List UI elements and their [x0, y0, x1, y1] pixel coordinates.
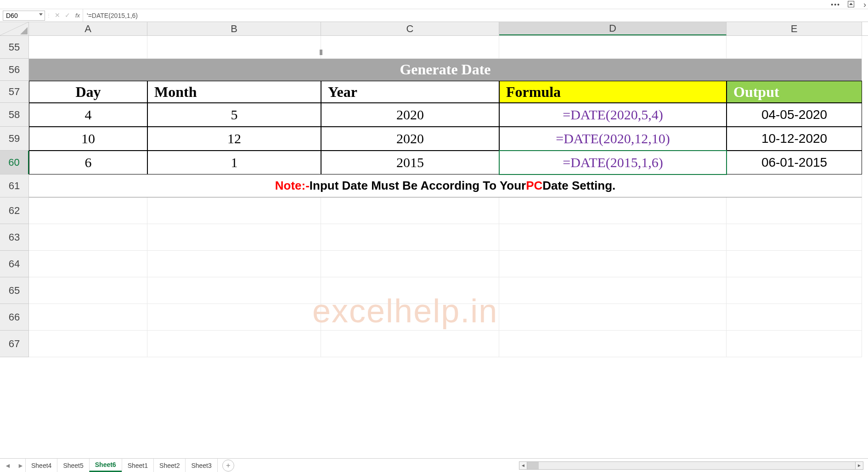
name-box[interactable]: D60: [3, 11, 45, 21]
cell-month[interactable]: 12: [147, 127, 321, 151]
row-header[interactable]: 60: [0, 151, 29, 174]
header-output[interactable]: Output: [727, 81, 862, 103]
scroll-track[interactable]: [527, 461, 855, 470]
note-cell[interactable]: Note:- Input Date Must Be According To Y…: [29, 174, 862, 197]
column-split-handle[interactable]: [320, 50, 322, 55]
cell[interactable]: [29, 197, 147, 224]
cell-year[interactable]: 2020: [321, 103, 499, 127]
cell[interactable]: [29, 251, 147, 277]
cell-day[interactable]: 4: [29, 103, 147, 127]
cell[interactable]: [29, 331, 147, 357]
cell[interactable]: [727, 251, 862, 277]
cell-output[interactable]: 04-05-2020: [727, 103, 862, 127]
cell[interactable]: [727, 331, 862, 357]
cancel-icon[interactable]: ✕: [52, 11, 62, 19]
cell[interactable]: [147, 36, 321, 59]
collapse-icon[interactable]: ›: [863, 0, 866, 10]
cell[interactable]: [499, 36, 727, 59]
cell-year[interactable]: 2015: [321, 151, 499, 174]
cell[interactable]: [321, 331, 499, 357]
header-year[interactable]: Year: [321, 81, 499, 103]
cell-output[interactable]: 10-12-2020: [727, 127, 862, 151]
header-month[interactable]: Month: [147, 81, 321, 103]
cell[interactable]: [321, 251, 499, 277]
cell[interactable]: [29, 277, 147, 304]
cell-formula[interactable]: =DATE(2020,12,10): [499, 127, 727, 151]
cell[interactable]: [147, 304, 321, 331]
horizontal-scrollbar[interactable]: ◄ ►: [519, 461, 863, 470]
col-header-b[interactable]: B: [147, 22, 321, 35]
cell[interactable]: [499, 304, 727, 331]
cell[interactable]: [147, 224, 321, 251]
cell[interactable]: [321, 197, 499, 224]
cell-day[interactable]: 10: [29, 127, 147, 151]
tab-nav-next-icon[interactable]: ►: [16, 462, 26, 469]
cell-month[interactable]: 5: [147, 103, 321, 127]
select-all-corner[interactable]: [0, 22, 29, 35]
cell[interactable]: [321, 304, 499, 331]
cell[interactable]: [499, 331, 727, 357]
cell[interactable]: [29, 224, 147, 251]
tab-sheet4[interactable]: Sheet4: [25, 459, 57, 472]
dropdown-icon[interactable]: [39, 13, 43, 16]
cell[interactable]: [499, 197, 727, 224]
row-header[interactable]: 64: [0, 251, 29, 277]
cell[interactable]: [321, 277, 499, 304]
row-header[interactable]: 63: [0, 224, 29, 251]
row-header[interactable]: 67: [0, 331, 29, 357]
enter-icon[interactable]: ✓: [62, 11, 73, 19]
formula-input[interactable]: '=DATE(2015,1,6): [83, 9, 868, 22]
tab-nav-prev-icon[interactable]: ◄: [3, 462, 13, 469]
row-header[interactable]: 56: [0, 59, 29, 81]
header-formula[interactable]: Formula: [499, 81, 727, 103]
tab-sheet5[interactable]: Sheet5: [57, 459, 89, 472]
cell[interactable]: [147, 331, 321, 357]
tab-sheet2[interactable]: Sheet2: [153, 459, 186, 472]
cell[interactable]: [499, 277, 727, 304]
fx-icon[interactable]: fx: [73, 12, 83, 19]
cell[interactable]: [499, 224, 727, 251]
cell-output[interactable]: 06-01-2015: [727, 151, 862, 174]
cell[interactable]: [727, 224, 862, 251]
row-header[interactable]: 66: [0, 304, 29, 331]
cell[interactable]: [147, 251, 321, 277]
row-header[interactable]: 61: [0, 174, 29, 197]
cell-day[interactable]: 6: [29, 151, 147, 174]
tab-sheet6[interactable]: Sheet6: [89, 459, 122, 472]
row-header[interactable]: 59: [0, 127, 29, 151]
ribbon-display-icon[interactable]: [848, 1, 854, 7]
header-day[interactable]: Day: [29, 81, 147, 103]
cell-year[interactable]: 2020: [321, 127, 499, 151]
more-icon[interactable]: •••: [831, 1, 840, 8]
tab-sheet1[interactable]: Sheet1: [122, 459, 154, 472]
col-header-d[interactable]: D: [499, 22, 727, 35]
cell[interactable]: [321, 36, 499, 59]
tab-sheet3[interactable]: Sheet3: [185, 459, 217, 472]
row-header[interactable]: 65: [0, 277, 29, 304]
title-cell[interactable]: Generate Date: [29, 59, 862, 81]
cell-formula[interactable]: =DATE(2020,5,4): [499, 103, 727, 127]
cell-formula-selected[interactable]: =DATE(2015,1,6): [499, 151, 727, 174]
cell[interactable]: [321, 224, 499, 251]
row-header[interactable]: 62: [0, 197, 29, 224]
col-header-a[interactable]: A: [29, 22, 147, 35]
cell[interactable]: [499, 251, 727, 277]
cell[interactable]: [29, 36, 147, 59]
cell[interactable]: [727, 197, 862, 224]
cell[interactable]: [727, 304, 862, 331]
cell[interactable]: [29, 304, 147, 331]
scroll-right-icon[interactable]: ►: [855, 461, 863, 470]
scroll-thumb[interactable]: [527, 462, 539, 469]
cell[interactable]: [727, 277, 862, 304]
col-header-c[interactable]: C: [321, 22, 499, 35]
new-sheet-button[interactable]: +: [222, 460, 234, 472]
col-header-e[interactable]: E: [727, 22, 862, 35]
row-header[interactable]: 55: [0, 36, 29, 59]
scroll-left-icon[interactable]: ◄: [519, 461, 527, 470]
cell[interactable]: [147, 197, 321, 224]
cell[interactable]: [147, 277, 321, 304]
cell-month[interactable]: 1: [147, 151, 321, 174]
row-header[interactable]: 58: [0, 103, 29, 127]
row-header[interactable]: 57: [0, 81, 29, 103]
cell[interactable]: [727, 36, 862, 59]
